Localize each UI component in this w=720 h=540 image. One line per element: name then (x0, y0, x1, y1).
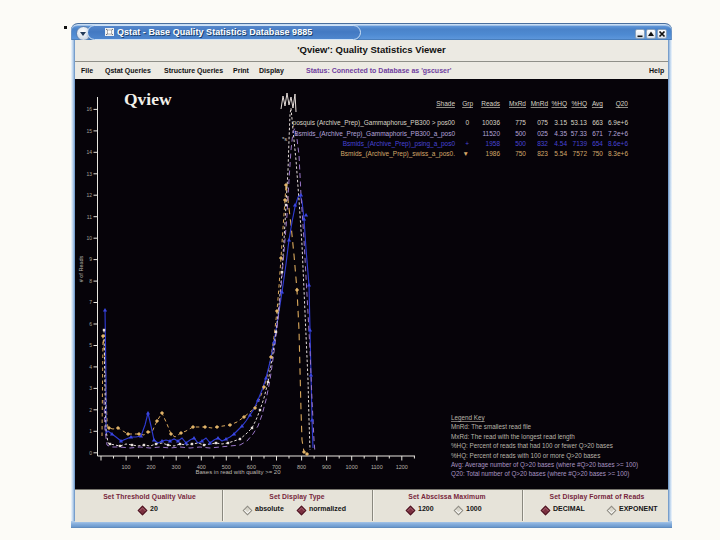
svg-text:Q20: Q20 (616, 100, 629, 108)
svg-text:▼: ▼ (463, 150, 469, 157)
svg-text:7: 7 (89, 299, 92, 305)
svg-text:500: 500 (515, 130, 526, 137)
svg-text:671: 671 (592, 130, 603, 137)
svg-text:6: 6 (89, 321, 92, 327)
svg-text:750: 750 (592, 150, 603, 157)
svg-text:MxRd: The read with the longes: MxRd: The read with the longest read len… (451, 433, 575, 441)
svg-text:0: 0 (89, 450, 92, 456)
svg-text:500: 500 (515, 140, 526, 147)
svg-text:4.35: 4.35 (554, 130, 567, 137)
svg-text:57.33: 57.33 (571, 130, 588, 137)
svg-text:800: 800 (297, 464, 306, 470)
svg-text:8.3e+6: 8.3e+6 (608, 150, 628, 157)
svg-text:832: 832 (537, 140, 548, 147)
svg-text:Reads: Reads (481, 100, 501, 107)
svg-text:Q20: Total number of Q>20 base: Q20: Total number of Q>20 bases (where #… (451, 470, 629, 478)
svg-text:11: 11 (87, 214, 92, 220)
svg-text:3: 3 (89, 385, 92, 391)
svg-text:750: 750 (515, 150, 526, 157)
svg-text:Bsmids_(Archive_Prep)_swiss_a_: Bsmids_(Archive_Prep)_swiss_a_pos0. (340, 150, 455, 158)
svg-text:Qview: Qview (124, 89, 172, 109)
svg-text:3.15: 3.15 (554, 119, 567, 126)
svg-text:1: 1 (89, 428, 92, 434)
svg-text:MnRd: MnRd (531, 100, 549, 107)
svg-text:4: 4 (89, 364, 92, 370)
svg-text:%HQ: %HQ (551, 100, 567, 108)
svg-text:# of Reads: # of Reads (78, 255, 84, 282)
svg-text:12: 12 (86, 192, 92, 198)
svg-text:15: 15 (86, 128, 92, 134)
svg-text:5.54: 5.54 (554, 150, 567, 157)
svg-text:200: 200 (147, 464, 156, 470)
svg-text:%HQ: Percent of reads with 100: %HQ: Percent of reads with 100 or more Q… (451, 452, 600, 460)
svg-text:*s: *s (282, 136, 287, 142)
svg-text:075: 075 (537, 119, 548, 126)
svg-text:10: 10 (86, 235, 92, 241)
svg-text:%HQ: Percent of reads that had: %HQ: Percent of reads that had 100 or fe… (451, 442, 613, 450)
svg-text:6.9e+6: 6.9e+6 (608, 119, 628, 126)
svg-text:MnRd: The smallest read file: MnRd: The smallest read file (451, 423, 532, 430)
svg-text:300: 300 (172, 464, 181, 470)
svg-text:Shade: Shade (436, 100, 455, 107)
svg-text:Legend Key: Legend Key (451, 414, 485, 422)
svg-text:MxRd: MxRd (509, 100, 526, 107)
svg-text:Bsmids_(Archive_Prep)_Gammapho: Bsmids_(Archive_Prep)_Gammaphoris_PB300_… (294, 130, 455, 138)
svg-text:5: 5 (89, 342, 92, 348)
svg-text:1986: 1986 (486, 150, 501, 157)
svg-text:7.2e+6: 7.2e+6 (608, 130, 628, 137)
svg-text:11520: 11520 (482, 130, 500, 137)
svg-text:775: 775 (515, 119, 526, 126)
svg-text:7139: 7139 (573, 140, 588, 147)
svg-text:1958: 1958 (486, 140, 501, 147)
svg-text:7572: 7572 (573, 150, 588, 157)
svg-text:0: 0 (465, 119, 469, 126)
svg-text:663: 663 (592, 119, 603, 126)
svg-text:2: 2 (89, 407, 92, 413)
svg-text:14: 14 (86, 149, 92, 155)
svg-text:Avg: Average number of Q>20 ba: Avg: Average number of Q>20 bases (where… (451, 461, 638, 469)
svg-text:823: 823 (537, 150, 548, 157)
svg-text:1200: 1200 (396, 464, 408, 470)
svg-text:4.54: 4.54 (554, 140, 567, 147)
svg-text:%HQ: %HQ (571, 100, 587, 108)
svg-text:025: 025 (537, 130, 548, 137)
svg-text:Bases in read with quality >=: Bases in read with quality >= 20 (195, 469, 281, 475)
svg-text:posquis (Archive_Prep)_Gammaph: posquis (Archive_Prep)_Gammaphorus_PB300… (293, 119, 456, 127)
svg-text:1000: 1000 (346, 464, 358, 470)
svg-text:654: 654 (592, 140, 603, 147)
svg-text:13: 13 (86, 171, 92, 177)
svg-text:100: 100 (122, 464, 131, 470)
svg-text:8.6e+6: 8.6e+6 (608, 140, 628, 147)
svg-text:900: 900 (322, 464, 331, 470)
svg-text:Avg: Avg (592, 100, 603, 108)
svg-text:8: 8 (89, 278, 92, 284)
svg-text:53.13: 53.13 (571, 119, 588, 126)
svg-text:Bsmids_(Archive_Prep)_psing_a_: Bsmids_(Archive_Prep)_psing_a_pos0 (343, 140, 456, 148)
svg-text:1100: 1100 (371, 464, 383, 470)
svg-text:+: + (465, 140, 469, 147)
svg-text:Grp: Grp (462, 100, 473, 108)
svg-text:10036: 10036 (482, 119, 500, 126)
svg-text:9: 9 (89, 256, 92, 262)
svg-text:16: 16 (86, 106, 92, 112)
